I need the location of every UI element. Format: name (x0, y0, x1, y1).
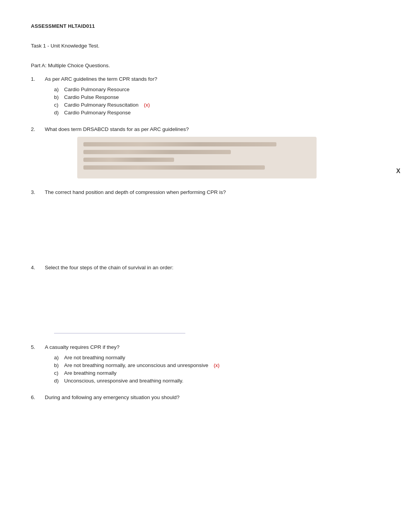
question-4-body: Select the four steps of the chain of su… (45, 265, 173, 270)
question-4: 4. Select the four steps of the chain of… (31, 265, 379, 333)
part-title: Part A: Multiple Choice Questions. (31, 63, 379, 68)
option-5d-label: d) (54, 378, 62, 384)
option-1c-text: Cardio Pulmonary Resuscitation (64, 102, 139, 108)
option-5c: c) Are breathing normally (54, 370, 379, 376)
option-1d-label: d) (54, 110, 62, 116)
question-2: 2. What does term DRSABCD stands for as … (31, 126, 379, 178)
question-5-options: a) Are not breathing normally b) Are not… (54, 355, 379, 384)
option-1d: d) Cardio Pulmonary Response (54, 110, 379, 116)
option-5c-text: Are breathing normally (64, 370, 117, 376)
question-1-body: As per ARC guidelines the term CPR stand… (45, 76, 157, 82)
option-5a-label: a) (54, 355, 62, 360)
question-2-number: 2. (31, 126, 42, 132)
option-1a-label: a) (54, 87, 62, 92)
question-4-text: 4. Select the four steps of the chain of… (31, 265, 379, 270)
option-1c-label: c) (54, 102, 62, 108)
question-3-number: 3. (31, 189, 42, 195)
option-5d: d) Unconscious, unresponsive and breathi… (54, 378, 379, 384)
blurred-line-3 (83, 158, 174, 162)
correct-mark-5b: (x) (213, 362, 219, 368)
blurred-line-4 (83, 165, 265, 170)
question-5-text: 5. A casualty requires CPR if they? (31, 344, 379, 350)
question-5-number: 5. (31, 344, 42, 350)
option-1d-text: Cardio Pulmonary Response (64, 110, 131, 116)
question-6-answer-area (54, 405, 379, 444)
question-3: 3. The correct hand position and depth o… (31, 189, 379, 254)
task-title: Task 1 - Unit Knowledge Test. (31, 43, 379, 49)
x-mark-question-2: X (396, 168, 400, 175)
correct-mark-1c: (x) (144, 102, 150, 108)
question-1-text: 1. As per ARC guidelines the term CPR st… (31, 76, 379, 82)
question-1-number: 1. (31, 76, 42, 82)
blurred-line-2 (83, 150, 231, 154)
option-5b-text: Are not breathing normally, are unconsci… (64, 362, 208, 368)
question-1-options: a) Cardio Pulmonary Resource b) Cardio P… (54, 87, 379, 116)
option-1b-label: b) (54, 94, 62, 100)
option-5c-label: c) (54, 370, 62, 376)
option-1a-text: Cardio Pulmonary Resource (64, 87, 130, 92)
question-5: 5. A casualty requires CPR if they? a) A… (31, 344, 379, 384)
option-5a-text: Are not breathing normally (64, 355, 125, 360)
question-3-answer-area (54, 200, 379, 254)
option-1c: c) Cardio Pulmonary Resuscitation (x) (54, 102, 379, 108)
option-1b: b) Cardio Pulse Response (54, 94, 379, 100)
assessment-title: ASSESSMENT HLTAID011 (31, 23, 379, 29)
question-3-text: 3. The correct hand position and depth o… (31, 189, 379, 195)
question-2-answer-box (77, 137, 317, 178)
question-6: 6. During and following any emergency si… (31, 394, 379, 444)
question-6-number: 6. (31, 394, 42, 400)
question-4-answer-area (54, 275, 379, 329)
question-4-divider (54, 333, 185, 333)
question-6-body: During and following any emergency situa… (45, 394, 180, 400)
blurred-line-1 (83, 142, 276, 146)
question-2-text: 2. What does term DRSABCD stands for as … (31, 126, 379, 132)
option-5d-text: Unconscious, unresponsive and breathing … (64, 378, 183, 384)
question-2-body: What does term DRSABCD stands for as per… (45, 126, 189, 132)
question-1: 1. As per ARC guidelines the term CPR st… (31, 76, 379, 116)
option-1b-text: Cardio Pulse Response (64, 94, 119, 100)
question-4-number: 4. (31, 265, 42, 270)
option-1a: a) Cardio Pulmonary Resource (54, 87, 379, 92)
option-5b-label: b) (54, 362, 62, 368)
question-3-body: The correct hand position and depth of c… (45, 189, 226, 195)
option-5a: a) Are not breathing normally (54, 355, 379, 360)
question-5-body: A casualty requires CPR if they? (45, 344, 120, 350)
option-5b: b) Are not breathing normally, are uncon… (54, 362, 379, 368)
question-6-text: 6. During and following any emergency si… (31, 394, 379, 400)
